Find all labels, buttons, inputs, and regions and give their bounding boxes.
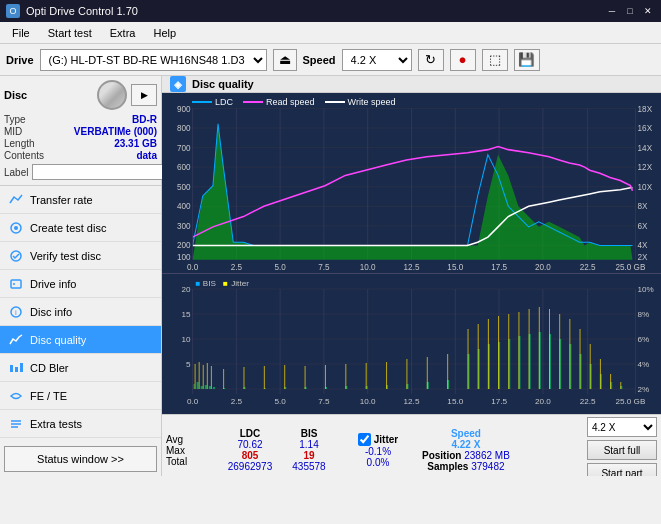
svg-text:5.0: 5.0: [274, 397, 286, 406]
minimize-button[interactable]: ─: [605, 4, 619, 18]
extra-tests-icon: [8, 416, 24, 432]
sidebar-item-label-fe-te: FE / TE: [30, 390, 67, 402]
disc-label-row: Label 🔍: [4, 163, 157, 181]
sidebar-item-cd-bler[interactable]: CD Bler: [0, 354, 161, 382]
svg-text:10.0: 10.0: [360, 397, 376, 406]
svg-text:14X: 14X: [638, 144, 653, 153]
stats-samples-label: Samples 379482: [422, 461, 510, 472]
stats-bis-total: 435578: [284, 461, 334, 472]
menu-help[interactable]: Help: [145, 25, 184, 41]
disc-quality-title: Disc quality: [192, 78, 254, 90]
window-controls: ─ □ ✕: [605, 4, 655, 18]
transfer-rate-icon: [8, 192, 24, 208]
svg-text:17.5: 17.5: [491, 263, 507, 272]
save-button[interactable]: 💾: [514, 49, 540, 71]
sidebar-item-fe-te[interactable]: FE / TE: [0, 382, 161, 410]
svg-text:4%: 4%: [638, 360, 650, 369]
sidebar-item-label-extra-tests: Extra tests: [30, 418, 82, 430]
legend-ldc-label: LDC: [215, 97, 233, 107]
menu-extra[interactable]: Extra: [102, 25, 144, 41]
sidebar-item-transfer-rate[interactable]: Transfer rate: [0, 186, 161, 214]
speed-value-select[interactable]: 4.2 X: [587, 417, 657, 437]
disc-quality-icon: [8, 332, 24, 348]
svg-text:Jitter: Jitter: [231, 279, 249, 288]
stats-speed-avg: 4.22 X: [422, 439, 510, 450]
disc-mid-label: MID: [4, 126, 22, 137]
svg-text:7.5: 7.5: [318, 263, 330, 272]
maximize-button[interactable]: □: [623, 4, 637, 18]
svg-text:2%: 2%: [638, 385, 650, 394]
sidebar-item-drive-info[interactable]: Drive info: [0, 270, 161, 298]
start-part-button[interactable]: Start part: [587, 463, 657, 476]
refresh-button[interactable]: ↻: [418, 49, 444, 71]
svg-text:700: 700: [177, 144, 191, 153]
drive-select[interactable]: (G:) HL-DT-ST BD-RE WH16NS48 1.D3: [40, 49, 267, 71]
stats-max-label: Max: [166, 445, 216, 456]
drive-bar: Drive (G:) HL-DT-ST BD-RE WH16NS48 1.D3 …: [0, 44, 661, 76]
svg-text:0.0: 0.0: [187, 397, 199, 406]
svg-text:17.5: 17.5: [491, 397, 507, 406]
sidebar-item-extra-tests[interactable]: Extra tests: [0, 410, 161, 438]
stats-ldc-col: LDC 70.62 805 26962973: [220, 428, 280, 472]
title-bar: O Opti Drive Control 1.70 ─ □ ✕: [0, 0, 661, 22]
stats-avg-label: Avg: [166, 434, 216, 445]
sidebar-item-disc-info[interactable]: i Disc info: [0, 298, 161, 326]
sidebar-item-verify-test-disc[interactable]: Verify test disc: [0, 242, 161, 270]
stats-ldc-max: 805: [220, 450, 280, 461]
stats-position-label: Position 23862 MB: [422, 450, 510, 461]
svg-text:20.0: 20.0: [535, 263, 551, 272]
burn-button[interactable]: ●: [450, 49, 476, 71]
disc-section-label: Disc: [4, 89, 27, 101]
app-icon: O: [6, 4, 20, 18]
svg-text:8%: 8%: [638, 310, 650, 319]
action-buttons-area: Start full Start part: [587, 440, 657, 476]
svg-text:5: 5: [186, 360, 191, 369]
disc-contents-value: data: [136, 150, 157, 161]
sidebar-item-create-test-disc[interactable]: Create test disc: [0, 214, 161, 242]
disc-contents-label: Contents: [4, 150, 44, 161]
svg-text:20: 20: [181, 285, 191, 294]
disc-mid-row: MID VERBATIMe (000): [4, 126, 157, 137]
erase-button[interactable]: ⬚: [482, 49, 508, 71]
svg-text:100: 100: [177, 253, 191, 262]
svg-text:800: 800: [177, 124, 191, 133]
disc-label-label: Label: [4, 167, 28, 178]
stats-bis-header: BIS: [284, 428, 334, 439]
svg-text:400: 400: [177, 202, 191, 211]
sidebar-item-disc-quality[interactable]: Disc quality: [0, 326, 161, 354]
status-window-button[interactable]: Status window >>: [4, 446, 157, 472]
sidebar-item-label-cd-bler: CD Bler: [30, 362, 69, 374]
svg-text:25.0 GB: 25.0 GB: [616, 397, 646, 406]
svg-text:15.0: 15.0: [447, 263, 463, 272]
jitter-checkbox[interactable]: [358, 433, 371, 446]
sidebar-item-label-create-test-disc: Create test disc: [30, 222, 106, 234]
svg-text:0.0: 0.0: [187, 263, 199, 272]
svg-text:6%: 6%: [638, 335, 650, 344]
disc-mid-value: VERBATIMe (000): [74, 126, 157, 137]
drive-label: Drive: [6, 54, 34, 66]
svg-text:300: 300: [177, 222, 191, 231]
disc-label-input[interactable]: [32, 164, 165, 180]
disc-action-button[interactable]: ▶: [131, 84, 157, 106]
svg-text:5.0: 5.0: [274, 263, 286, 272]
create-test-disc-icon: [8, 220, 24, 236]
svg-text:18X: 18X: [638, 104, 653, 113]
menu-file[interactable]: File: [4, 25, 38, 41]
menu-start-test[interactable]: Start test: [40, 25, 100, 41]
main-content: Disc ▶ Type BD-R MID VERBATIMe (000) Len…: [0, 76, 661, 476]
start-full-button[interactable]: Start full: [587, 440, 657, 460]
svg-text:20.0: 20.0: [535, 397, 551, 406]
sidebar-item-label-disc-info: Disc info: [30, 306, 72, 318]
svg-text:22.5: 22.5: [580, 263, 596, 272]
svg-text:BIS: BIS: [203, 279, 216, 288]
position-value: 23862 MB: [464, 450, 510, 461]
svg-text:16X: 16X: [638, 124, 653, 133]
svg-text:22.5: 22.5: [580, 397, 596, 406]
speed-select[interactable]: 4.2 X: [342, 49, 412, 71]
svg-text:7.5: 7.5: [318, 397, 330, 406]
svg-rect-8: [15, 367, 18, 372]
stats-ldc-header: LDC: [220, 428, 280, 439]
close-button[interactable]: ✕: [641, 4, 655, 18]
nav-items: Transfer rate Create test disc Verify te…: [0, 186, 161, 442]
eject-button[interactable]: ⏏: [273, 49, 297, 71]
